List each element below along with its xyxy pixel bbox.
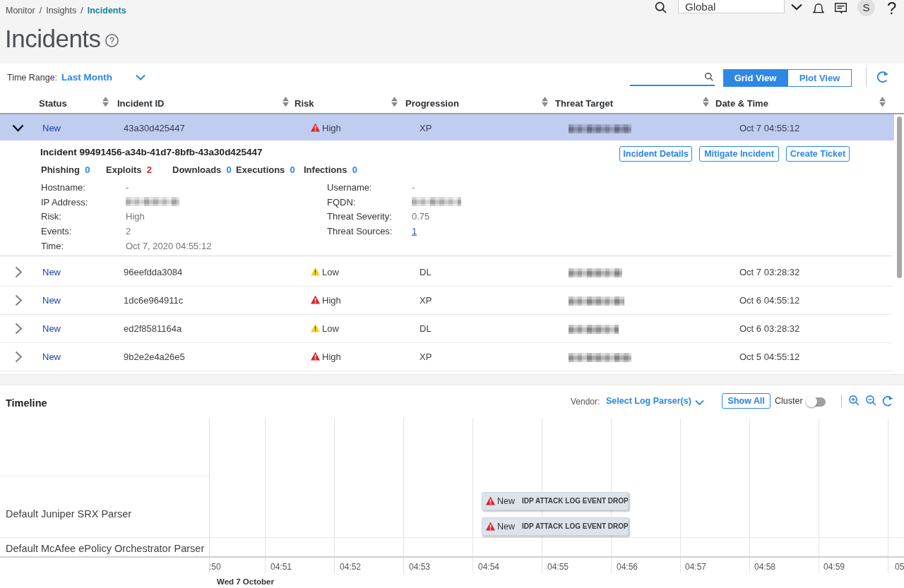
svg-text:?: ? bbox=[109, 36, 114, 46]
